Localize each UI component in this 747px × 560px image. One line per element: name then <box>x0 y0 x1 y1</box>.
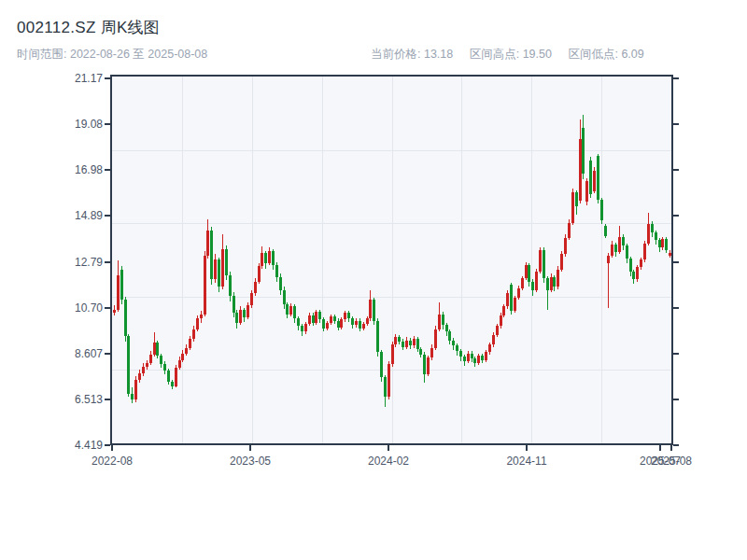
y-axis-tick-right <box>673 307 679 309</box>
y-tick-label: 4.419 <box>52 438 103 453</box>
y-axis-tick-left <box>105 77 110 79</box>
x-axis-tick <box>111 445 113 451</box>
y-axis-tick-right <box>673 123 679 125</box>
x-axis-tick <box>659 445 661 451</box>
y-tick-label: 19.08 <box>52 117 103 132</box>
y-tick-label: 21.17 <box>52 71 103 86</box>
date-range-label: 时间范围: 2022-08-26 至 2025-08-08 <box>17 47 207 63</box>
y-tick-label: 16.98 <box>52 162 103 177</box>
x-axis-tick <box>670 445 672 451</box>
y-tick-label: 6.513 <box>52 392 103 407</box>
range-high-stat: 区间高点: 19.50 <box>470 48 552 61</box>
plot-area <box>110 75 673 445</box>
y-axis-tick-left <box>105 444 110 446</box>
x-tick-label: 2024-02 <box>357 454 420 469</box>
y-axis-tick-right <box>673 444 679 446</box>
y-axis-tick-right <box>673 77 679 79</box>
x-tick-label: 2022-08 <box>80 454 144 469</box>
x-axis-tick <box>388 445 389 451</box>
y-axis-tick-left <box>105 307 110 309</box>
page-title: 002112.SZ 周K线图 <box>17 17 160 38</box>
y-axis-tick-left <box>105 215 110 217</box>
kline-chart-page: 002112.SZ 周K线图 时间范围: 2022-08-26 至 2025-0… <box>0 0 747 560</box>
y-axis-tick-left <box>105 123 110 125</box>
y-axis-tick-right <box>673 353 679 355</box>
y-axis-tick-right <box>673 399 679 400</box>
x-tick-label: 2024-11 <box>495 454 558 469</box>
y-axis-tick-left <box>105 353 110 355</box>
x-axis-tick <box>249 445 251 451</box>
y-tick-label: 10.70 <box>52 301 103 315</box>
x-axis-tick <box>526 445 528 451</box>
y-axis-tick-left <box>105 169 110 171</box>
x-tick-label: 2023-05 <box>218 454 282 469</box>
price-stats: 当前价格: 13.18 区间高点: 19.50 区间低点: 6.09 <box>371 47 657 63</box>
y-axis-tick-left <box>105 261 110 263</box>
kline-candlestick-canvas <box>112 77 671 443</box>
y-tick-label: 12.79 <box>52 255 103 270</box>
range-low-stat: 区间低点: 6.09 <box>568 48 643 61</box>
y-tick-label: 8.607 <box>52 346 103 361</box>
y-axis-tick-left <box>105 399 110 400</box>
current-price-stat: 当前价格: 13.18 <box>371 48 453 61</box>
y-tick-label: 14.89 <box>52 208 103 223</box>
y-axis-tick-right <box>673 215 679 217</box>
x-tick-label: 2025-08 <box>640 454 703 469</box>
y-axis-tick-right <box>673 169 679 171</box>
y-axis-tick-right <box>673 261 679 263</box>
